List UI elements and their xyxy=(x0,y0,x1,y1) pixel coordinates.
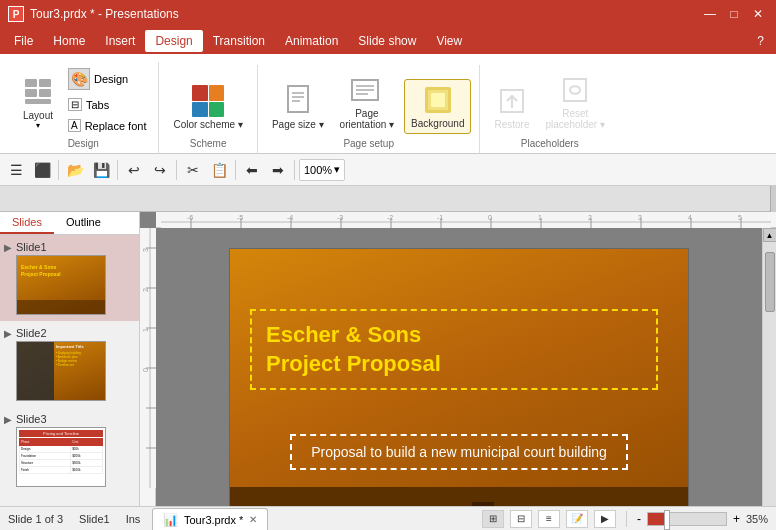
page-orientation-button[interactable]: Pageorientation ▾ xyxy=(334,70,400,134)
toolbar-menu-btn[interactable]: ☰ xyxy=(4,158,28,182)
view-notes-btn[interactable]: 📝 xyxy=(566,510,588,528)
toolbar-zoom-combo[interactable]: 100% ▾ xyxy=(299,159,345,181)
tab-bar: 📊 Tour3.prdx * ✕ xyxy=(0,186,776,212)
zoom-arrow: ▾ xyxy=(334,163,340,176)
slide-item-2[interactable]: ▶ Slide2 Important Title xyxy=(0,321,139,407)
zoom-plus-btn[interactable]: + xyxy=(733,512,740,526)
tab-outline[interactable]: Outline xyxy=(54,212,113,234)
page-setup-group-label: Page setup xyxy=(343,134,394,149)
status-bar: Slide 1 of 3 Slide1 Ins ⊞ ⊟ ≡ 📝 ▶ - + 35… xyxy=(0,506,776,530)
menu-slideshow[interactable]: Slide show xyxy=(348,30,426,52)
slide-item-3[interactable]: ▶ Slide3 Pricing and Timeline PhaseCost … xyxy=(0,407,139,493)
toolbar-sep-4 xyxy=(235,160,236,180)
tab-slides[interactable]: Slides xyxy=(0,212,54,234)
view-normal-btn[interactable]: ⊞ xyxy=(482,510,504,528)
scrollbar-up-btn[interactable]: ▲ xyxy=(763,228,777,242)
zoom-handle[interactable] xyxy=(664,510,670,530)
menu-home[interactable]: Home xyxy=(43,30,95,52)
ribbon-buttons-scheme: Color scheme ▾ xyxy=(167,65,248,134)
design-icon: 🎨 xyxy=(68,68,90,90)
svg-text:-6: -6 xyxy=(187,214,193,221)
toolbar-new-btn[interactable]: ⬛ xyxy=(30,158,54,182)
tabs-icon: ⊟ xyxy=(68,98,82,111)
page-size-button[interactable]: Page size ▾ xyxy=(266,81,330,134)
svg-text:3: 3 xyxy=(142,248,149,252)
slide-subtitle-box[interactable]: Proposal to build a new municipal court … xyxy=(290,434,628,470)
menu-insert[interactable]: Insert xyxy=(95,30,145,52)
minimize-button[interactable]: — xyxy=(700,6,720,22)
doc-tab[interactable]: 📊 Tour3.prdx * ✕ xyxy=(152,508,268,530)
slide-canvas[interactable]: Escher & SonsProject Proposal Proposal t… xyxy=(156,228,762,506)
slide3-label: Slide3 xyxy=(16,413,47,425)
ruler-horizontal: -6 -5 -4 -3 -2 -1 0 1 2 3 4 5 xyxy=(156,212,776,228)
restore-button[interactable]: Restore xyxy=(488,81,535,134)
design-small-group: 🎨 Design ⊟ Tabs A Replace font xyxy=(64,62,150,134)
background-label: Background xyxy=(411,118,464,129)
scrollbar-track-v[interactable] xyxy=(763,242,776,506)
maximize-button[interactable]: □ xyxy=(724,6,744,22)
svg-rect-70 xyxy=(472,502,494,506)
color-scheme-label: Color scheme ▾ xyxy=(173,119,242,130)
color-scheme-button[interactable]: Color scheme ▾ xyxy=(167,81,248,134)
svg-text:3: 3 xyxy=(638,214,642,221)
toolbar-back-btn[interactable]: ⬅ xyxy=(240,158,264,182)
slide1-nav-icon: ▶ xyxy=(4,242,12,253)
layout-button[interactable]: Layout ▾ xyxy=(16,72,60,134)
toolbar-undo-btn[interactable]: ↩ xyxy=(122,158,146,182)
design-label: Design xyxy=(94,73,128,85)
layout-label: Layout xyxy=(23,110,53,121)
slide1-thumbnail: Escher & SonsProject Proposal xyxy=(16,255,106,315)
toolbar-open-btn[interactable]: 📂 xyxy=(63,158,87,182)
svg-rect-2 xyxy=(25,89,37,97)
svg-rect-1 xyxy=(39,79,51,87)
title-bar: P Tour3.prdx * - Presentations — □ ✕ xyxy=(0,0,776,28)
view-slideshow-btn[interactable]: ▶ xyxy=(594,510,616,528)
ribbon-group-design: Layout ▾ 🎨 Design ⊟ Tabs A Replace font … xyxy=(8,62,159,153)
replace-font-icon: A xyxy=(68,119,81,132)
menu-view[interactable]: View xyxy=(426,30,472,52)
restore-label: Restore xyxy=(494,119,529,130)
menu-bar: File Home Insert Design Transition Anima… xyxy=(0,28,776,54)
scheme-group-label: Scheme xyxy=(190,134,227,149)
replace-font-button[interactable]: A Replace font xyxy=(64,117,150,134)
menu-design[interactable]: Design xyxy=(145,30,202,52)
view-outline-btn[interactable]: ≡ xyxy=(538,510,560,528)
slide-info: Slide 1 of 3 xyxy=(8,513,63,525)
background-button[interactable]: Background xyxy=(404,79,471,134)
svg-text:-5: -5 xyxy=(237,214,243,221)
menu-transition[interactable]: Transition xyxy=(203,30,275,52)
svg-text:0: 0 xyxy=(142,368,149,372)
scrollbar-thumb-v[interactable] xyxy=(765,252,775,312)
reset-placeholder-button[interactable]: Resetplaceholder ▾ xyxy=(539,70,610,134)
toolbar-cut-btn[interactable]: ✂ xyxy=(181,158,205,182)
help-icon[interactable]: ? xyxy=(749,34,772,48)
ribbon-buttons-page-setup: Page size ▾ Pageorientation ▾ xyxy=(266,65,472,134)
slide-title-box[interactable]: Escher & SonsProject Proposal xyxy=(250,309,658,390)
menu-file[interactable]: File xyxy=(4,30,43,52)
tabs-button[interactable]: ⊟ Tabs xyxy=(64,96,150,113)
svg-rect-19 xyxy=(161,212,771,228)
restore-icon xyxy=(496,85,528,117)
toolbar-sep-1 xyxy=(58,160,59,180)
city-silhouette xyxy=(230,487,688,506)
status-left: Slide 1 of 3 Slide1 Ins xyxy=(8,513,140,525)
toolbar-sep-5 xyxy=(294,160,295,180)
zoom-minus-btn[interactable]: - xyxy=(637,512,641,526)
doc-tab-close[interactable]: ✕ xyxy=(249,514,257,525)
layout-icon xyxy=(22,76,54,108)
toolbar-copy-btn[interactable]: 📋 xyxy=(207,158,231,182)
ribbon-buttons-design: Layout ▾ 🎨 Design ⊟ Tabs A Replace font xyxy=(16,62,150,134)
close-button[interactable]: ✕ xyxy=(748,6,768,22)
view-grid-btn[interactable]: ⊟ xyxy=(510,510,532,528)
zoom-value: 100% xyxy=(304,164,332,176)
svg-rect-3 xyxy=(39,89,51,97)
slide-item-1[interactable]: ▶ Slide1 Escher & SonsProject Proposal xyxy=(0,235,139,321)
toolbar-fwd-btn[interactable]: ➡ xyxy=(266,158,290,182)
zoom-slider[interactable] xyxy=(647,512,727,526)
toolbar-redo-btn[interactable]: ↪ xyxy=(148,158,172,182)
toolbar-sep-2 xyxy=(117,160,118,180)
menu-animation[interactable]: Animation xyxy=(275,30,348,52)
toolbar-save-btn[interactable]: 💾 xyxy=(89,158,113,182)
svg-rect-5 xyxy=(288,86,308,112)
design-button[interactable]: 🎨 Design xyxy=(64,66,150,92)
